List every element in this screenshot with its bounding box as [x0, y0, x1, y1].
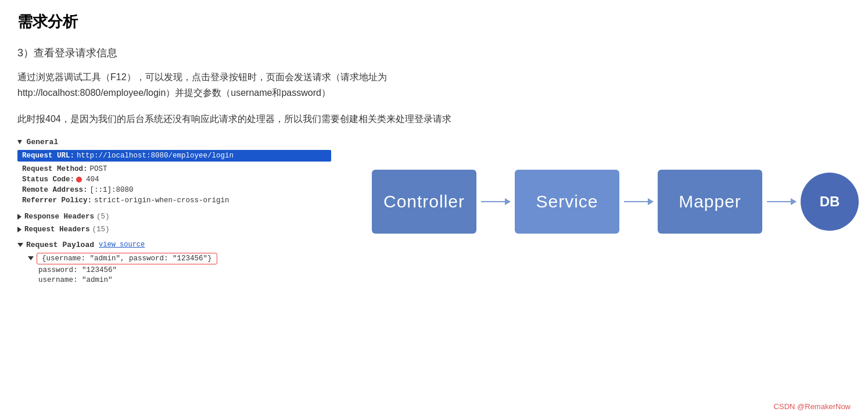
request-url-row: Request URL: http://localhost:8080/emplo…	[17, 150, 331, 162]
request-headers-arrow-icon	[17, 227, 21, 232]
architecture-diagram-panel: Controller Service Mapper	[354, 138, 859, 254]
referrer-policy-row: Referrer Policy: strict-origin-when-cros…	[17, 195, 331, 206]
response-headers-arrow-icon	[17, 214, 21, 220]
arch-diagram: Controller Service Mapper	[372, 170, 859, 234]
response-headers-row[interactable]: Response Headers (5)	[17, 210, 331, 223]
request-payload-row[interactable]: Request Payload view source	[17, 238, 331, 252]
request-headers-count: (15)	[92, 225, 110, 234]
payload-expand-icon	[28, 256, 34, 260]
status-dot-icon	[76, 177, 82, 182]
remote-address-value: [::1]:8080	[90, 186, 134, 194]
request-payload-label: Request Payload	[26, 241, 94, 249]
mapper-box: Mapper	[658, 170, 762, 234]
arrow-service-mapper	[624, 201, 653, 202]
section-heading: 3）查看登录请求信息	[17, 46, 851, 60]
service-box: Service	[515, 170, 619, 234]
request-method-row: Request Method: POST	[17, 164, 331, 174]
controller-label: Controller	[383, 192, 465, 212]
payload-username-value: "admin"	[82, 276, 113, 284]
page-title: 需求分析	[17, 12, 851, 32]
request-headers-row[interactable]: Request Headers (15)	[17, 223, 331, 236]
status-code-value: 404	[86, 176, 99, 184]
paragraph-1: 通过浏览器调试工具（F12），可以发现，点击登录按钮时，页面会发送请求（请求地址…	[17, 69, 851, 101]
remote-address-label: Remote Address:	[22, 186, 88, 194]
request-url-label: Request URL:	[22, 152, 74, 160]
payload-username-label: username:	[38, 276, 78, 284]
payload-open-row: {username: "admin", password: "123456"}	[28, 253, 331, 264]
request-method-value: POST	[90, 165, 107, 173]
db-cylinder: DB	[801, 173, 859, 231]
request-payload-arrow-icon	[17, 243, 23, 247]
arrow-mapper-db	[767, 201, 796, 202]
arrow-line-3	[767, 201, 796, 202]
general-header: ▼ General	[17, 138, 331, 146]
db-label: DB	[820, 194, 840, 210]
remote-address-row: Remote Address: [::1]:8080	[17, 185, 331, 195]
arrow-line-1	[481, 201, 510, 202]
payload-password-label: password:	[38, 266, 78, 274]
referrer-policy-value: strict-origin-when-cross-origin	[94, 196, 229, 205]
referrer-policy-label: Referrer Policy:	[22, 196, 92, 205]
request-headers-label: Request Headers	[24, 225, 90, 234]
request-url-value: http://localhost:8080/employee/login	[77, 152, 234, 160]
service-label: Service	[536, 192, 598, 212]
response-headers-label: Response Headers	[24, 213, 94, 221]
request-method-label: Request Method:	[22, 165, 88, 173]
payload-username-row: username: "admin"	[38, 276, 331, 284]
response-headers-count: (5)	[96, 213, 110, 221]
paragraph-2: 此时报404，是因为我们的后台系统还没有响应此请求的处理器，所以我们需要创建相关…	[17, 111, 851, 127]
arrow-line-2	[624, 201, 653, 202]
arrow-controller-service	[481, 201, 510, 202]
devtools-panel: ▼ General Request URL: http://localhost:…	[17, 138, 331, 284]
controller-box: Controller	[372, 170, 476, 234]
view-source-link[interactable]: view source	[99, 241, 145, 249]
mapper-label: Mapper	[679, 192, 741, 212]
csdn-watermark: CSDN @RemakerNow	[774, 402, 851, 411]
payload-password-value: "123456"	[82, 266, 117, 274]
payload-json-value: {username: "admin", password: "123456"}	[37, 253, 217, 264]
status-code-row: Status Code: 404	[17, 174, 331, 185]
status-code-label: Status Code:	[22, 176, 74, 184]
payload-password-row: password: "123456"	[38, 266, 331, 274]
